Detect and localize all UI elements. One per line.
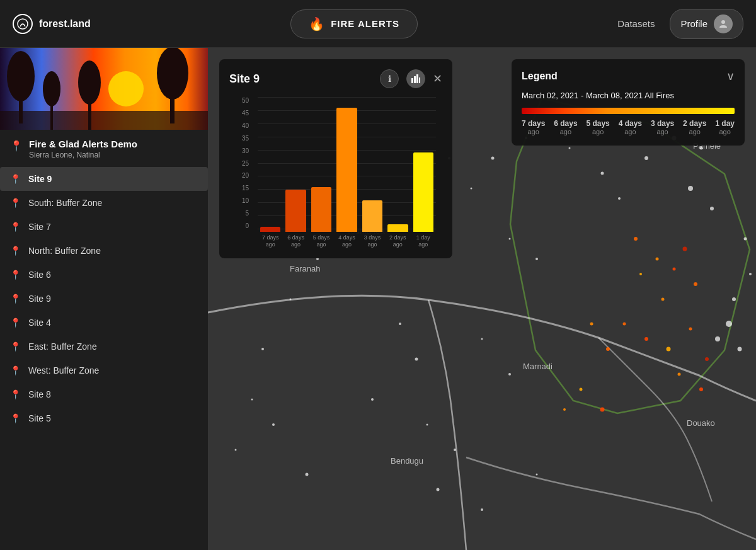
legend-ago: ago: [560, 128, 571, 135]
site-label: Site 6: [28, 270, 51, 280]
site-location-icon: 📍: [10, 246, 21, 256]
chart-close-button[interactable]: ✕: [433, 72, 442, 86]
logo-area: forest.land: [13, 14, 91, 34]
site-location-icon: 📍: [10, 389, 21, 399]
chart-icons: ℹ ✕: [380, 69, 442, 88]
bar: [285, 190, 306, 232]
svg-rect-12: [0, 111, 208, 130]
legend-ago: ago: [689, 128, 701, 135]
chart-info-button[interactable]: ℹ: [380, 69, 399, 88]
site-label: Site 5: [28, 413, 51, 423]
site-location-icon: 📍: [10, 270, 21, 280]
legend-ago: ago: [592, 128, 604, 135]
project-name: Fire & Glad Alerts Demo: [29, 139, 137, 149]
site-label: Site 8: [28, 389, 51, 399]
fire-alerts-button[interactable]: 🔥 FIRE ALERTS: [290, 9, 418, 38]
bar-chart: 05101520253035404550 7 days ago6 days ag…: [229, 97, 442, 248]
bar: [362, 200, 382, 232]
site-label: West: Buffer Zone: [28, 365, 99, 375]
svg-point-7: [78, 60, 101, 105]
legend-days: 5 days: [586, 119, 609, 128]
site-label: Site 4: [28, 318, 51, 328]
site-item[interactable]: 📍 West: Buffer Zone: [0, 358, 208, 382]
svg-text:Douako: Douako: [687, 418, 715, 428]
legend-label-item: 1 day ago: [715, 119, 735, 135]
avatar: [714, 14, 733, 33]
site-location-icon: 📍: [10, 294, 21, 304]
bar-x-label: 7 days ago: [262, 234, 279, 248]
legend-ago: ago: [624, 128, 636, 135]
bar: [336, 108, 357, 232]
site-item[interactable]: 📍 Site 6: [0, 263, 208, 287]
site-item[interactable]: 📍 South: Buffer Zone: [0, 191, 208, 215]
bar-x-label: 4 days ago: [338, 234, 355, 248]
datasets-link[interactable]: Datasets: [617, 18, 655, 29]
hero-image: [0, 48, 208, 130]
profile-label: Profile: [680, 18, 707, 29]
bar-group: 2 days ago: [385, 97, 410, 248]
site-item[interactable]: 📍 East: Buffer Zone: [0, 335, 208, 358]
site-list: 📍 Site 9 📍 South: Buffer Zone 📍 Site 7 📍…: [0, 167, 208, 430]
site-location-icon: 📍: [10, 413, 21, 423]
legend-days: 3 days: [651, 119, 674, 128]
svg-text:Faranah: Faranah: [290, 264, 320, 273]
bar: [413, 152, 433, 232]
legend-date-range: March 02, 2021 - March 08, 2021 All Fire…: [522, 91, 735, 100]
bar-group: 4 days ago: [334, 97, 359, 248]
map-area: Toumanéa Faranah Marnadi Douako Bendugu …: [208, 48, 756, 550]
bar-x-label: 3 days ago: [364, 234, 381, 248]
site-label: South: Buffer Zone: [28, 198, 102, 208]
legend-ago: ago: [656, 128, 668, 135]
site-item[interactable]: 📍 Site 7: [0, 215, 208, 239]
chart-panel: Site 9 ℹ ✕: [219, 59, 452, 258]
site-item[interactable]: 📍 Site 4: [0, 311, 208, 335]
sidebar-hero: [0, 48, 208, 130]
location-pin-icon: 📍: [10, 140, 23, 152]
legend-days: 2 days: [683, 119, 706, 128]
fire-alerts-label: FIRE ALERTS: [331, 18, 399, 29]
site-label: Site 9: [28, 174, 52, 184]
bar-group: 1 day ago: [411, 97, 436, 248]
legend-ago: ago: [528, 128, 539, 135]
legend-days: 1 day: [715, 119, 735, 128]
legend-header: Legend ∨: [522, 69, 735, 83]
site-item[interactable]: 📍 Site 5: [0, 406, 208, 430]
svg-rect-21: [414, 76, 416, 83]
site-item[interactable]: 📍 Site 9: [0, 167, 208, 191]
site-item[interactable]: 📍 Site 8: [0, 382, 208, 406]
site-label: Site 9: [28, 294, 51, 304]
info-icon: ℹ: [388, 74, 391, 84]
bar-x-label: 6 days ago: [287, 234, 304, 248]
site-location-icon: 📍: [10, 341, 21, 352]
chart-bar-button[interactable]: [406, 69, 425, 88]
bar-x-label: 2 days ago: [389, 234, 406, 248]
logo-text: forest.land: [39, 18, 91, 30]
legend-label-item: 3 days ago: [651, 119, 674, 135]
legend-title: Legend: [522, 71, 558, 82]
legend-ago: ago: [719, 128, 730, 135]
site-location-icon: 📍: [10, 198, 21, 208]
legend-label-item: 7 days ago: [522, 119, 545, 135]
svg-text:Marnadi: Marnadi: [523, 362, 553, 371]
profile-button[interactable]: Profile: [670, 9, 743, 39]
topnav: forest.land 🔥 FIRE ALERTS Datasets Profi…: [0, 0, 756, 48]
legend-panel: Legend ∨ March 02, 2021 - March 08, 2021…: [512, 59, 745, 146]
chart-header: Site 9 ℹ ✕: [229, 69, 442, 88]
svg-point-1: [721, 20, 725, 24]
fire-icon: 🔥: [309, 16, 324, 32]
svg-point-5: [7, 51, 35, 101]
svg-rect-22: [416, 74, 418, 83]
legend-labels: 7 days ago 6 days ago 5 days ago 4 days …: [522, 119, 735, 135]
legend-gradient: [522, 108, 735, 114]
legend-label-item: 4 days ago: [619, 119, 642, 135]
svg-rect-20: [411, 78, 413, 83]
legend-collapse-button[interactable]: ∨: [726, 69, 735, 83]
svg-point-9: [157, 48, 188, 100]
site-item[interactable]: 📍 Site 9: [0, 287, 208, 311]
project-details: Fire & Glad Alerts Demo Sierra Leone, Na…: [29, 139, 137, 159]
legend-days: 4 days: [619, 119, 642, 128]
chart-title: Site 9: [229, 72, 260, 86]
site-item[interactable]: 📍 North: Buffer Zone: [0, 239, 208, 263]
sidebar: 📍 Fire & Glad Alerts Demo Sierra Leone, …: [0, 48, 208, 550]
bar-group: 6 days ago: [283, 97, 308, 248]
